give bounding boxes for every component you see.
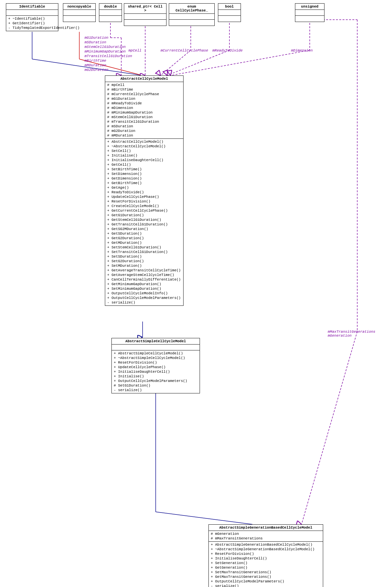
abstract-simple-ccm-methods: + AbstractSimpleCellCycleModel() + ~Abst… bbox=[112, 350, 200, 393]
identifiable-box: Identifiable + ~Identifiable() + GetIden… bbox=[6, 3, 58, 31]
enum-cellcyclephase-title: enum CellCyclePhase_ bbox=[169, 4, 214, 14]
mreadytodivide-label: mReadyToDivide bbox=[212, 49, 243, 52]
identifiable-title: Identifiable bbox=[6, 4, 58, 10]
double-title: double bbox=[99, 4, 122, 10]
unsigned-attrs bbox=[295, 10, 324, 16]
mpcell-label: mpCell bbox=[128, 49, 142, 52]
arrows-svg bbox=[0, 0, 392, 587]
unsigned-methods bbox=[295, 16, 324, 22]
abstract-ccm-box: AbstractCellCycleModel # mpCell # mBirth… bbox=[105, 75, 184, 306]
bool-methods bbox=[218, 16, 241, 22]
abstract-simple-gen-methods: + AbstractSimpleGenerationBasedCellCycle… bbox=[209, 542, 323, 587]
abstract-simple-ccm-title: AbstractSimpleCellCycleModel bbox=[112, 338, 200, 345]
double-fields-label: mG1DurationmSDurationmStemCellG1Duration… bbox=[85, 35, 132, 72]
noncopyable-methods bbox=[63, 16, 95, 22]
noncopyable-box: noncopyable bbox=[63, 3, 96, 22]
svg-line-20 bbox=[302, 331, 357, 524]
noncopyable-attrs bbox=[63, 10, 95, 16]
abstract-simple-ccm-attrs bbox=[112, 345, 200, 350]
unsigned-box: unsigned bbox=[295, 3, 324, 22]
noncopyable-title: noncopyable bbox=[63, 4, 95, 10]
svg-line-17 bbox=[156, 512, 252, 524]
abstract-simple-gen-title: AbstractSimpleGenerationBasedCellCycleMo… bbox=[209, 525, 323, 531]
enum-cellcyclephase-box: enum CellCyclePhase_ bbox=[169, 3, 215, 26]
shared-ptr-methods bbox=[124, 20, 166, 26]
bool-title: bool bbox=[218, 4, 241, 10]
abstract-simple-gen-attrs: # mGeneration # mMaxTransitGenerations bbox=[209, 531, 323, 542]
svg-line-14 bbox=[170, 50, 310, 75]
double-box: double bbox=[99, 3, 122, 22]
mcurrentcellcyclephase-label: mCurrentCellCyclePhase bbox=[161, 49, 208, 52]
enum-methods bbox=[169, 20, 214, 26]
enum-attrs bbox=[169, 14, 214, 20]
abstract-ccm-attrs: # mpCell # mBirthTime # mCurrentCellCycl… bbox=[105, 82, 183, 139]
svg-line-10 bbox=[161, 50, 191, 75]
identifiable-methods: + ~Identifiable() + GetIdentifier() - Ti… bbox=[6, 16, 58, 31]
svg-line-12 bbox=[167, 50, 229, 75]
mdimension-label: mDimension bbox=[291, 49, 313, 52]
abstract-ccm-methods: + AbstractCellCycleModel() + ~AbstractCe… bbox=[105, 139, 183, 305]
abstract-ccm-title: AbstractCellCycleModel bbox=[105, 76, 183, 82]
shared-ptr-attrs bbox=[124, 14, 166, 20]
shared-ptr-box: shared_ptr< Cell > bbox=[124, 3, 167, 26]
abstract-simple-gen-box: AbstractSimpleGenerationBasedCellCycleMo… bbox=[208, 524, 323, 587]
bool-attrs bbox=[218, 10, 241, 16]
diagram-container: Identifiable + ~Identifiable() + GetIden… bbox=[0, 0, 392, 587]
mmaxtransitgenerations-label: mMaxTransitGenerationsmGeneration bbox=[328, 330, 375, 338]
identifiable-attrs bbox=[6, 10, 58, 16]
abstract-simple-ccm-box: AbstractSimpleCellCycleModel + AbstractS… bbox=[111, 338, 200, 393]
double-attrs bbox=[99, 10, 122, 16]
shared-ptr-title: shared_ptr< Cell > bbox=[124, 4, 166, 14]
double-methods bbox=[99, 16, 122, 22]
bool-box: bool bbox=[218, 3, 241, 22]
unsigned-title: unsigned bbox=[295, 4, 324, 10]
